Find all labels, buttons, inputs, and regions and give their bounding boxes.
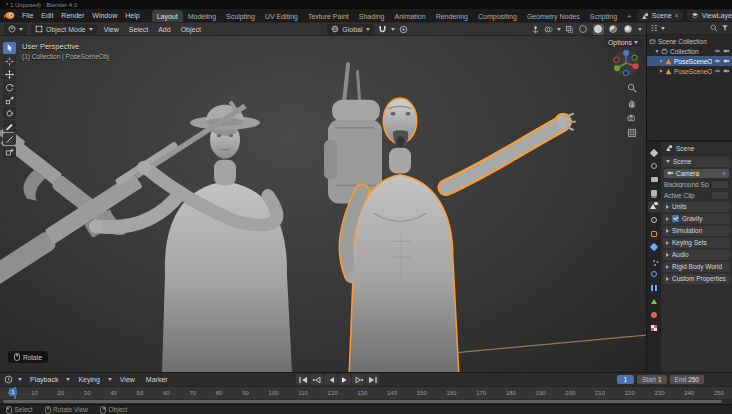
tab-output-icon[interactable] [648, 174, 661, 185]
workspace-tab-geometry-nodes[interactable]: Geometry Nodes [522, 10, 585, 22]
backpack[interactable] [324, 62, 382, 204]
tool-select-box[interactable] [3, 42, 16, 54]
tool-move[interactable] [3, 68, 16, 80]
transform-orientation-selector[interactable]: Global [327, 24, 373, 35]
menu-select[interactable]: Select [126, 26, 151, 33]
scene-unlink-icon[interactable]: × [675, 12, 679, 19]
outliner-search-icon[interactable] [710, 24, 718, 32]
tool-scale[interactable] [3, 94, 16, 106]
tab-render-icon[interactable] [648, 161, 661, 172]
gravity-checkbox[interactable] [672, 215, 679, 222]
proportional-editing-icon[interactable] [399, 25, 408, 34]
timeline-ruler[interactable]: 0 10 20 30 40 50 60 70 80 90 100 110 120… [0, 386, 732, 399]
properties-breadcrumb[interactable]: Scene [661, 142, 732, 155]
menu-keying[interactable]: Keying [75, 376, 102, 383]
section-custom-properties[interactable]: Custom Properties [663, 274, 730, 285]
tab-scene-icon[interactable] [648, 201, 661, 212]
hide-eye-icon[interactable] [714, 58, 721, 64]
tool-measure[interactable] [3, 133, 16, 145]
play-reverse-button[interactable] [324, 374, 337, 385]
pan-hand-icon[interactable] [627, 98, 637, 108]
menu-object[interactable]: Object [178, 26, 204, 33]
menu-edit[interactable]: Edit [37, 12, 57, 19]
active-clip-field[interactable] [711, 191, 729, 201]
section-rigid-body-world[interactable]: Rigid Body World [663, 262, 730, 273]
workspace-tab-scripting[interactable]: Scripting [585, 10, 622, 22]
editor-type-selector[interactable] [4, 24, 27, 35]
workspace-tab-animation[interactable]: Animation [390, 10, 431, 22]
armature-bone[interactable] [452, 335, 646, 353]
snap-magnet-icon[interactable] [378, 25, 387, 34]
menu-playback[interactable]: Playback [27, 376, 61, 383]
shading-rendered-button[interactable] [623, 24, 634, 35]
viewport-canvas[interactable] [0, 36, 646, 372]
tab-particles-icon[interactable] [648, 255, 661, 266]
outliner-row-posesceneobj-001[interactable]: PoseSceneObj.001 [647, 66, 732, 76]
outliner-row-scene-collection[interactable]: Scene Collection [647, 36, 732, 46]
xray-toggle-icon[interactable] [565, 25, 574, 34]
tool-add-cube[interactable] [3, 146, 16, 158]
menu-help[interactable]: Help [121, 12, 143, 19]
menu-window[interactable]: Window [88, 12, 121, 19]
workspace-tab-shading[interactable]: Shading [354, 10, 390, 22]
menu-file[interactable]: File [18, 12, 37, 19]
viewlayer-selector[interactable]: ViewLayer × [687, 10, 732, 21]
zoom-icon[interactable] [627, 83, 637, 93]
timeline-editor-icon[interactable] [4, 375, 13, 384]
current-frame-field[interactable]: 1 [617, 375, 635, 384]
disable-render-camera-icon[interactable] [723, 58, 730, 64]
rifle-left[interactable] [0, 78, 112, 243]
hide-eye-icon[interactable] [714, 48, 721, 54]
section-units[interactable]: Units [663, 202, 730, 213]
workspace-tab-modeling[interactable]: Modeling [183, 10, 221, 22]
tab-object-icon[interactable] [648, 228, 661, 239]
tab-world-icon[interactable] [648, 215, 661, 226]
menu-view[interactable]: View [101, 26, 122, 33]
section-simulation[interactable]: Simulation [663, 226, 730, 237]
tab-tool-icon[interactable] [648, 147, 661, 158]
section-audio[interactable]: Audio [663, 250, 730, 261]
outliner-row-posesceneobj[interactable]: PoseSceneObj [647, 56, 732, 66]
shading-material-button[interactable] [608, 24, 619, 35]
section-keying-sets[interactable]: Keying Sets [663, 238, 730, 249]
disable-render-camera-icon[interactable] [723, 48, 730, 54]
menu-add[interactable]: Add [155, 26, 173, 33]
section-scene[interactable]: Scene [663, 157, 730, 168]
axis-gizmo[interactable] [612, 49, 640, 77]
play-button[interactable] [338, 374, 351, 385]
timeline-scrollbar-handle[interactable] [3, 400, 722, 403]
workspace-tab-layout[interactable]: Layout [152, 10, 183, 22]
gizmo-toggle-icon[interactable] [531, 25, 540, 34]
menu-view-timeline[interactable]: View [117, 376, 138, 383]
jump-to-prev-keyframe-button[interactable] [310, 374, 323, 385]
jump-to-next-keyframe-button[interactable] [352, 374, 365, 385]
overlays-toggle-icon[interactable] [544, 25, 553, 34]
camera-field[interactable]: Camera × [664, 169, 729, 179]
jump-to-start-button[interactable] [296, 374, 309, 385]
tab-modifiers-icon[interactable] [648, 242, 661, 253]
workspace-tab-uv-editing[interactable]: UV Editing [260, 10, 303, 22]
tab-object-data-icon[interactable] [648, 296, 661, 307]
outliner-row-collection[interactable]: Collection [647, 46, 732, 56]
outliner-editor-icon[interactable] [650, 24, 658, 32]
tab-texture-icon[interactable] [648, 323, 661, 334]
workspace-tab-compositing[interactable]: Compositing [473, 10, 522, 22]
tool-annotate[interactable] [3, 120, 16, 132]
disable-render-camera-icon[interactable] [723, 68, 730, 74]
blender-logo-icon[interactable] [4, 11, 15, 20]
section-gravity[interactable]: Gravity [663, 214, 730, 225]
shading-wireframe-button[interactable] [578, 24, 589, 35]
window-titlebar[interactable]: * 1.Unposed) - Blender 4.0 [0, 0, 732, 9]
tool-rotate[interactable] [3, 81, 16, 93]
menu-render[interactable]: Render [57, 12, 88, 19]
hide-eye-icon[interactable] [714, 68, 721, 74]
clear-camera-icon[interactable]: × [722, 170, 726, 177]
tool-transform[interactable] [3, 107, 16, 119]
tool-cursor[interactable] [3, 55, 16, 67]
end-frame-field[interactable]: End250 [670, 375, 704, 384]
workspace-tab-texture-paint[interactable]: Texture Paint [303, 10, 354, 22]
tab-view-layer-icon[interactable] [648, 188, 661, 199]
background-scene-field[interactable] [711, 180, 729, 190]
viewport-3d[interactable]: User Perspective (1) Collection | PoseSc… [0, 36, 646, 372]
menu-marker[interactable]: Marker [143, 376, 171, 383]
